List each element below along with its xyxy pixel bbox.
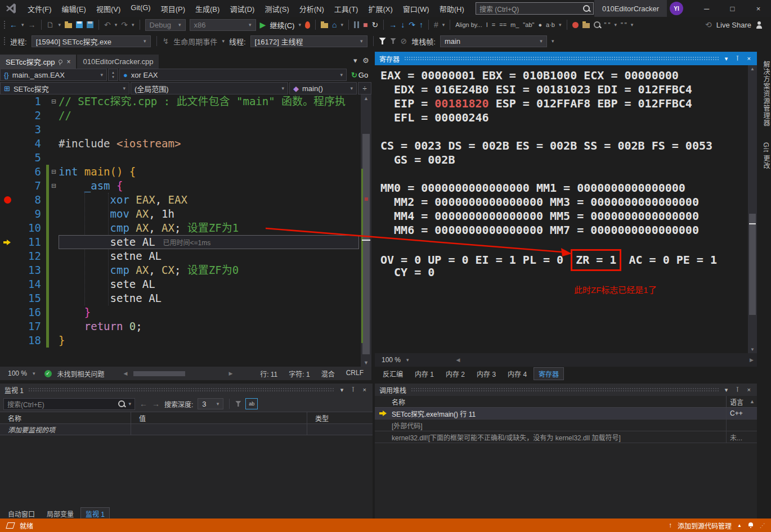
watch-empty-area[interactable]	[0, 435, 373, 507]
ibeam-icon[interactable]: I	[486, 21, 488, 28]
fold-marker[interactable]: ⊟	[49, 182, 59, 190]
watch-row[interactable]: 添加要监视的项	[0, 424, 373, 435]
close-panel-icon[interactable]: ×	[361, 386, 368, 393]
pin-icon[interactable]: ⊺	[734, 55, 741, 62]
solution-configurations-dropdown[interactable]: Debug▾	[145, 19, 186, 31]
quoted-ab-icon[interactable]: "ab"	[523, 21, 534, 28]
redo-caret[interactable]: ▾	[132, 22, 135, 28]
thread-dropdown[interactable]: [16172] 主线程▾	[250, 35, 367, 47]
save-icon[interactable]	[76, 21, 83, 28]
maximize-button[interactable]: □	[720, 0, 745, 17]
new-file-icon[interactable]: 🗋	[47, 21, 55, 29]
close-panel-icon[interactable]: ×	[746, 386, 752, 393]
window-position-caret[interactable]: ▾	[339, 386, 346, 394]
project-dropdown[interactable]: ⊞ SETcc探究▾	[0, 82, 129, 94]
live-share-label[interactable]: Live Share	[716, 21, 751, 29]
menu-item[interactable]: 窗口(W)	[398, 2, 434, 16]
source-control-caret[interactable]: ▲	[737, 523, 742, 528]
language-column-header[interactable]: 语言	[726, 396, 743, 407]
user-avatar[interactable]: YI	[670, 2, 683, 15]
lifecycle-events-label[interactable]: 生命周期事件	[173, 36, 217, 47]
close-button[interactable]: ×	[746, 0, 771, 17]
pin-icon[interactable]: ⊺	[349, 386, 356, 394]
tab-内存 1[interactable]: 内存 1	[410, 367, 439, 380]
undo-icon[interactable]: ↶	[104, 21, 111, 29]
member-dropdown[interactable]: {} main._asm.EAX▾	[0, 69, 107, 81]
fold-marker[interactable]: ⊟	[49, 168, 59, 175]
column-indicator[interactable]: 字符: 1	[289, 369, 310, 378]
toggle-current-thread-icon[interactable]: ⊘	[401, 37, 407, 45]
continue-icon[interactable]: ▶	[260, 21, 266, 29]
menu-item[interactable]: 工具(T)	[329, 2, 364, 16]
split-window-button[interactable]: ÷	[358, 82, 371, 94]
show-next-statement-icon[interactable]: →	[389, 21, 397, 29]
reg-hscroll-right-icon[interactable]: ▶	[750, 358, 754, 363]
scroll-up-arrow-icon[interactable]: ▲	[361, 96, 371, 101]
function-dropdown[interactable]: ◆ main()▾	[289, 82, 357, 94]
lifecycle-events-icon[interactable]: ↯	[163, 37, 169, 45]
menu-item[interactable]: 编辑(E)	[57, 2, 91, 16]
toolbar-grip[interactable]	[3, 20, 6, 29]
process-dropdown[interactable]: [15940] SETcc探究.exe▾	[32, 35, 151, 47]
menu-item[interactable]: 文件(F)	[23, 2, 57, 16]
menu-item[interactable]: 调试(D)	[225, 2, 259, 16]
side-tab-Git 更改[interactable]: Git 更改	[757, 136, 771, 177]
paste-icon[interactable]	[582, 23, 590, 28]
new-file-caret[interactable]: ▾	[59, 22, 61, 28]
side-tab-解决方案资源管理器[interactable]: 解决方案资源管理器	[757, 54, 771, 133]
scrollbar-thumb[interactable]	[362, 134, 370, 354]
code-map-icon[interactable]: #	[434, 21, 438, 29]
callstack-row[interactable]: SETcc探究.exe!main() 行 11C++	[375, 408, 757, 420]
minimize-button[interactable]: ─	[694, 0, 719, 17]
flagged-threads-filter-icon[interactable]	[391, 38, 396, 44]
redo-icon[interactable]: ↷	[121, 21, 128, 29]
editor-tab[interactable]: 010EditorCracker.cpp	[77, 55, 159, 69]
tab-反汇编[interactable]: 反汇编	[378, 367, 408, 380]
open-file-icon[interactable]	[65, 23, 72, 28]
scroll-up-arrow-icon[interactable]: ▲	[750, 399, 755, 404]
column-header[interactable]: 值	[131, 412, 307, 423]
go-button[interactable]: ↻ Go	[348, 69, 371, 81]
notifications-bell-icon[interactable]	[747, 522, 754, 529]
align-by-label[interactable]: Align by...	[455, 21, 482, 28]
attach-icon[interactable]	[572, 22, 579, 28]
search-depth-dropdown[interactable]: 3▾	[198, 398, 223, 409]
search-forward-arrow-icon[interactable]: →	[152, 400, 160, 408]
editor-zoom-dropdown[interactable]: 100 %▾	[5, 368, 39, 379]
tab-内存 2[interactable]: 内存 2	[441, 367, 470, 380]
live-share-icon[interactable]: ⟲	[705, 21, 712, 29]
home-icon[interactable]: ⌂	[332, 21, 337, 29]
hex-display-toggle-icon[interactable]: ab	[245, 398, 258, 409]
save-all-icon[interactable]	[87, 21, 93, 28]
editor-vertical-scrollbar[interactable]: ▲ ▼	[361, 94, 371, 367]
equals-icon[interactable]: =	[492, 21, 495, 28]
pin-icon[interactable]	[59, 60, 62, 64]
window-position-caret[interactable]: ▾	[723, 55, 730, 62]
quote-pair2-icon[interactable]: " "	[621, 21, 627, 28]
zoom-search-icon[interactable]	[594, 21, 600, 28]
register-lines[interactable]: EAX = 00000001 EBX = 010B1000 ECX = 0000…	[375, 65, 757, 353]
hscroll-right-arrow-icon[interactable]: ▶	[229, 371, 233, 376]
add-participant-icon[interactable]	[756, 21, 763, 29]
callstack-title-bar[interactable]: 调用堆栈 ▾ ⊺ ×	[375, 384, 757, 396]
name-column-header[interactable]: 名称	[375, 397, 405, 407]
step-out-icon[interactable]: ↑	[419, 21, 423, 29]
window-position-caret[interactable]: ▾	[723, 386, 730, 394]
member-format-icon[interactable]: m_	[510, 21, 519, 28]
editor-options-gear-icon[interactable]: ⚙	[362, 56, 369, 65]
menu-item[interactable]: 视图(V)	[91, 2, 125, 16]
breakpoint-icon[interactable]	[4, 196, 11, 204]
tab-list-caret[interactable]: ▾	[353, 56, 357, 65]
registers-title-bar[interactable]: 寄存器 ▾ ⊺ ×	[375, 52, 757, 65]
quote-pair-icon[interactable]: " "	[604, 21, 611, 28]
registers-zoom-dropdown[interactable]: 100 %▾	[378, 355, 413, 366]
hscroll-left-arrow-icon[interactable]: ◀	[124, 371, 128, 376]
scope-dropdown[interactable]: (全局范围)▾	[131, 82, 288, 94]
close-panel-icon[interactable]: ×	[746, 55, 752, 62]
menu-item[interactable]: 分析(N)	[294, 2, 329, 16]
solution-platforms-dropdown[interactable]: x86▾	[190, 19, 256, 31]
restart-icon[interactable]: ↻	[371, 21, 378, 29]
editor-horizontal-scrollbar[interactable]	[133, 371, 223, 376]
align-caret[interactable]: ▾	[559, 22, 562, 28]
menu-item[interactable]: 生成(B)	[190, 2, 225, 16]
